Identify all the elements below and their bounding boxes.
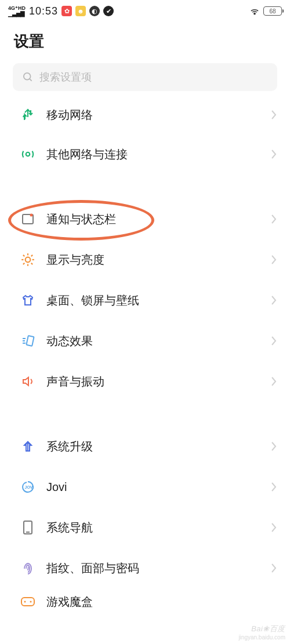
chevron-right-icon bbox=[270, 109, 277, 121]
svg-line-11 bbox=[23, 255, 24, 256]
jovi-icon: JOVI bbox=[20, 479, 36, 495]
search-icon bbox=[22, 71, 34, 83]
row-label: 移动网络 bbox=[46, 107, 270, 123]
status-left: 4G⁺HD ▁▃▅▇ 10:53 ✿ ☻ ◐ ✔ bbox=[8, 5, 114, 17]
chevron-right-icon bbox=[270, 213, 277, 225]
row-jovi[interactable]: JOVI Jovi bbox=[0, 467, 290, 507]
row-game-box[interactable]: 游戏魔盒 bbox=[0, 588, 290, 615]
row-label: 显示与亮度 bbox=[46, 252, 270, 268]
chevron-right-icon bbox=[270, 481, 277, 493]
status-bar: 4G⁺HD ▁▃▅▇ 10:53 ✿ ☻ ◐ ✔ 68 bbox=[0, 0, 290, 22]
row-desktop-lock-wallpaper[interactable]: 桌面、锁屏与壁纸 bbox=[0, 280, 290, 321]
chevron-right-icon bbox=[270, 335, 277, 347]
brightness-icon bbox=[20, 252, 36, 268]
game-icon bbox=[20, 594, 36, 610]
row-other-connections[interactable]: 其他网络与连接 bbox=[0, 134, 290, 174]
svg-line-14 bbox=[31, 255, 32, 256]
row-label: 系统导航 bbox=[46, 520, 270, 536]
watermark: Bai❀百度 jingyan.baidu.com bbox=[238, 624, 285, 641]
status-time: 10:53 bbox=[29, 5, 58, 17]
sound-icon bbox=[20, 373, 36, 390]
row-label: 通知与状态栏 bbox=[46, 212, 270, 227]
svg-point-3 bbox=[26, 152, 30, 157]
chevron-right-icon bbox=[270, 294, 277, 306]
search-placeholder: 搜索设置项 bbox=[39, 70, 92, 84]
svg-point-6 bbox=[26, 257, 31, 263]
row-display-brightness[interactable]: 显示与亮度 bbox=[0, 239, 290, 280]
row-label: 桌面、锁屏与壁纸 bbox=[46, 293, 270, 308]
svg-line-12 bbox=[31, 263, 32, 264]
tray-icon-4: ✔ bbox=[103, 6, 114, 16]
signal-icon: 4G⁺HD ▁▃▅▇ bbox=[8, 6, 26, 17]
row-label: 指纹、面部与密码 bbox=[46, 561, 270, 576]
chevron-right-icon bbox=[270, 562, 277, 574]
connections-icon bbox=[20, 146, 36, 162]
row-system-navigation[interactable]: 系统导航 bbox=[0, 507, 290, 548]
row-label: 游戏魔盒 bbox=[46, 594, 277, 610]
settings-list: 移动网络 其他网络与连接 通知与状态栏 bbox=[0, 96, 290, 615]
tray-icon-1: ✿ bbox=[61, 6, 72, 16]
chevron-right-icon bbox=[270, 441, 277, 452]
wifi-icon bbox=[249, 6, 260, 16]
row-label: 动态效果 bbox=[46, 333, 270, 349]
row-label: 其他网络与连接 bbox=[46, 147, 270, 162]
status-right: 68 bbox=[249, 6, 282, 16]
chevron-right-icon bbox=[270, 148, 277, 160]
row-label: Jovi bbox=[46, 481, 270, 494]
fingerprint-icon bbox=[20, 560, 36, 576]
svg-point-24 bbox=[30, 601, 32, 603]
chevron-right-icon bbox=[270, 254, 277, 265]
svg-point-5 bbox=[30, 214, 33, 217]
battery-icon: 68 bbox=[263, 6, 282, 16]
svg-text:JOVI: JOVI bbox=[25, 485, 34, 489]
svg-rect-15 bbox=[26, 336, 34, 346]
svg-point-1 bbox=[24, 73, 31, 80]
row-sound-vibration[interactable]: 声音与振动 bbox=[0, 361, 290, 402]
upgrade-icon bbox=[20, 438, 36, 454]
dynamic-icon bbox=[20, 333, 36, 349]
row-label: 系统升级 bbox=[46, 439, 270, 454]
svg-point-23 bbox=[24, 601, 26, 603]
row-fingerprint-face-password[interactable]: 指纹、面部与密码 bbox=[0, 548, 290, 588]
notification-bar-icon bbox=[20, 211, 36, 227]
tray-icon-2: ☻ bbox=[75, 6, 86, 16]
page-title: 设置 bbox=[0, 22, 290, 63]
row-notifications-status[interactable]: 通知与状态栏 bbox=[0, 199, 290, 239]
svg-line-13 bbox=[23, 263, 24, 264]
svg-point-0 bbox=[254, 13, 255, 14]
svg-line-2 bbox=[30, 79, 32, 81]
row-system-upgrade[interactable]: 系统升级 bbox=[0, 426, 290, 467]
tray-icon-3: ◐ bbox=[89, 6, 100, 16]
row-label: 声音与振动 bbox=[46, 374, 270, 390]
shirt-icon bbox=[20, 292, 36, 308]
mobile-network-icon bbox=[20, 107, 36, 123]
svg-rect-22 bbox=[21, 598, 34, 606]
search-input[interactable]: 搜索设置项 bbox=[13, 63, 277, 91]
chevron-right-icon bbox=[270, 376, 277, 387]
row-mobile-network[interactable]: 移动网络 bbox=[0, 96, 290, 134]
phone-nav-icon bbox=[20, 519, 36, 536]
row-dynamic-effect[interactable]: 动态效果 bbox=[0, 321, 290, 361]
chevron-right-icon bbox=[270, 522, 277, 533]
